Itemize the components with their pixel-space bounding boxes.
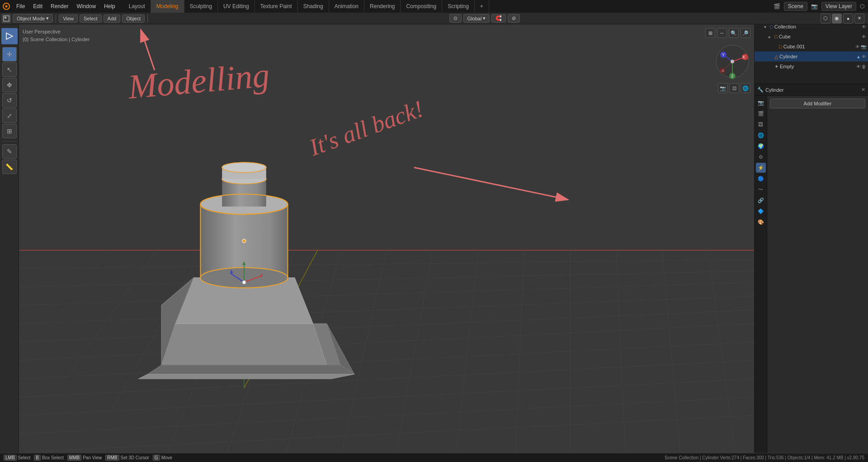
collection-visibility-icon[interactable]: 👁 [862, 24, 866, 29]
cursor-tool-btn[interactable]: ✛ [2, 47, 17, 61]
object-mode-dropdown-icon: ▾ [46, 15, 49, 21]
collection-icon: □ [770, 24, 773, 29]
tab-layout[interactable]: Layout [123, 0, 151, 13]
add-modifier-btn[interactable]: Add Modifier [770, 99, 865, 108]
svg-marker-4 [6, 33, 13, 39]
cube001-render-icon[interactable]: 📷 [861, 44, 866, 49]
perspective-label: User Perspective [23, 28, 90, 36]
tab-texture-paint[interactable]: Texture Paint [255, 0, 298, 13]
object-btn[interactable]: Object [122, 14, 145, 23]
particles-btn[interactable]: 🔵 [756, 174, 766, 184]
cylinder-visibility-icon[interactable]: 👁 [862, 54, 866, 59]
view-layer-name[interactable]: View Layer [821, 2, 856, 11]
box-select-label: Box Select [42, 455, 64, 460]
cube001-visibility-icon[interactable]: 👁 [855, 44, 860, 49]
rotate-tool-btn[interactable]: ↺ [2, 93, 17, 108]
tab-modeling[interactable]: Modeling [151, 0, 184, 13]
render-btn[interactable]: ☀ [854, 14, 864, 24]
wireframe-btn[interactable]: ⬡ [821, 14, 830, 24]
move-tool-btn[interactable]: ✥ [2, 78, 17, 92]
add-workspace-tab[interactable]: + [475, 0, 489, 13]
g-key: G [153, 455, 160, 461]
transform-tool-btn[interactable]: ⊞ [2, 124, 17, 138]
viewport-view-icons: 📷 ⊡ 🌐 [718, 83, 750, 93]
move-label: Move [161, 455, 172, 460]
annotate-tool-btn[interactable]: ✎ [2, 144, 17, 159]
add-btn[interactable]: Add [104, 14, 121, 23]
menu-render[interactable]: Render [47, 1, 72, 11]
empty-delete-icon[interactable]: 🗑 [862, 64, 866, 69]
select-tool-btn[interactable]: ↖ [2, 62, 17, 77]
output-props-btn[interactable]: 🎬 [756, 108, 766, 118]
tree-empty[interactable]: ✦ Empty 👁 🗑 [755, 61, 868, 71]
view-layer-props-btn[interactable]: 🖼 [756, 119, 766, 129]
menu-help[interactable]: Help [100, 1, 119, 11]
scale-tool-btn[interactable]: ⤢ [2, 108, 17, 123]
svg-rect-5 [19, 24, 754, 453]
menu-file[interactable]: File [13, 1, 28, 11]
tab-scripting[interactable]: Scripting [442, 0, 475, 13]
viewport-3d[interactable]: User Perspective (0) Scene Collection | … [19, 24, 754, 453]
proportional-edit-btn[interactable]: ⊘ [508, 14, 520, 23]
cube001-icon: □ [779, 44, 782, 49]
physics-btn[interactable]: 〜 [756, 184, 766, 194]
svg-text:X: X [742, 55, 745, 59]
camera-view-btn[interactable]: 📷 [718, 83, 728, 93]
perspective-btn[interactable]: ⊡ [729, 83, 739, 93]
scene-name[interactable]: Scene [784, 2, 807, 11]
tab-shading[interactable]: Shading [298, 0, 329, 13]
search-btn[interactable]: 🔎 [741, 28, 750, 38]
tree-cylinder[interactable]: △ Cylinder ▲ 👁 [755, 52, 868, 61]
top-right-area: 🎬 Scene 📷 View Layer ⬡ [774, 2, 868, 11]
transform-orientation-btn[interactable]: Global▾ [463, 14, 490, 23]
measure-tool-btn[interactable]: 📏 [2, 160, 17, 174]
viewport-shading-btn[interactable]: 🔍 [729, 28, 739, 38]
view-btn[interactable]: View [59, 14, 78, 23]
properties-panel-header: 🔧 Cylinder ✕ [755, 84, 868, 96]
rmb-key: RMB [105, 455, 119, 461]
modifier-props-btn[interactable]: ⚡ [756, 163, 766, 173]
show-gizmo-btn[interactable]: ↔ [717, 28, 727, 38]
empty-visibility-icon[interactable]: 👁 [856, 64, 861, 69]
scene-props-btn[interactable]: 🌐 [756, 130, 766, 140]
snap-btn[interactable]: 🧲 [491, 14, 506, 23]
material-btn[interactable]: 🎨 [756, 217, 766, 227]
pivot-point-btn[interactable]: ⊙ [449, 14, 462, 23]
object-props-btn[interactable]: ⚙ [756, 152, 766, 162]
tree-cube-001[interactable]: □ Cube.001 👁 📷 [755, 42, 868, 52]
menu-edit[interactable]: Edit [29, 1, 46, 11]
tab-rendering[interactable]: Rendering [364, 0, 401, 13]
cylinder-modifier-icon: ▲ [856, 54, 861, 59]
svg-point-65 [242, 280, 246, 284]
tab-compositing[interactable]: Compositing [401, 0, 442, 13]
tab-animation[interactable]: Animation [329, 0, 364, 13]
select-label: Select [18, 455, 31, 460]
menu-window[interactable]: Window [73, 1, 99, 11]
empty-icon: ✦ [774, 64, 778, 70]
render-props-btn[interactable]: 📷 [756, 98, 766, 108]
solid-btn[interactable]: ◉ [832, 14, 842, 24]
tab-sculpting[interactable]: Sculpting [184, 0, 218, 13]
select-btn[interactable]: Select [80, 14, 102, 23]
properties-close-btn[interactable]: ✕ [861, 87, 865, 93]
object-mode-btn[interactable]: Object Mode ▾ [13, 14, 53, 23]
render-icon: 📷 [811, 3, 818, 9]
cube-visibility-icon[interactable]: 👁 [862, 34, 866, 39]
cube-label: Cube [779, 34, 860, 39]
tree-cube[interactable]: ▸ □ Cube 👁 [755, 32, 868, 42]
local-global-btn[interactable]: 🌐 [741, 83, 750, 93]
svg-point-58 [242, 239, 246, 243]
editor-type-btn[interactable] [2, 14, 11, 23]
cylinder-label: Cylinder [779, 54, 855, 59]
data-props-btn[interactable]: 🔷 [756, 206, 766, 216]
scene-selector-icon: 🎬 [774, 3, 780, 9]
svg-text:Z: Z [731, 74, 734, 78]
nav-gizmo[interactable]: X -X Y Z [714, 43, 750, 80]
constraints-btn[interactable]: 🔗 [756, 195, 766, 205]
material-btn[interactable]: ● [843, 14, 853, 24]
collection-label: Collection [774, 24, 860, 29]
grid-overlay-btn[interactable]: ⊞ [705, 28, 715, 38]
prop-icons-bar: 📷 🎬 🖼 🌐 🌍 ⚙ ⚡ 🔵 〜 🔗 🔷 🎨 [755, 96, 767, 462]
world-props-btn[interactable]: 🌍 [756, 141, 766, 151]
tab-uv-editing[interactable]: UV Editing [218, 0, 255, 13]
